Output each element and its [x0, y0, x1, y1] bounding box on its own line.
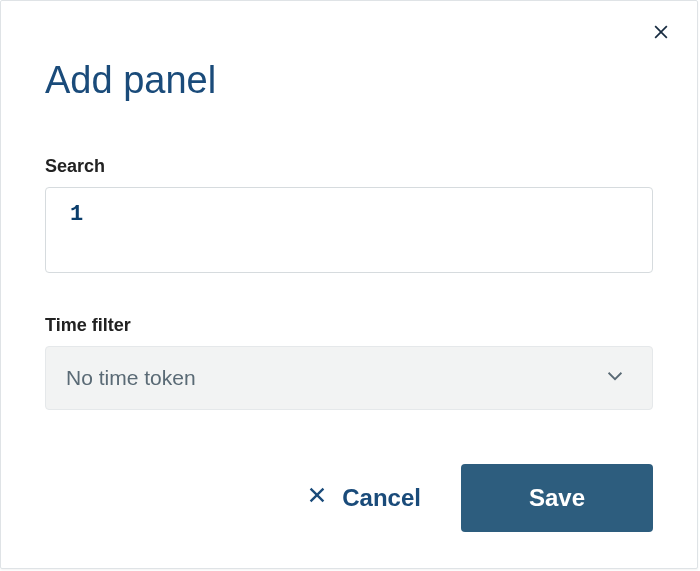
- search-label: Search: [45, 156, 653, 177]
- search-input[interactable]: 1: [45, 187, 653, 273]
- search-field: Search 1: [45, 156, 653, 277]
- dialog-title: Add panel: [45, 59, 653, 102]
- cancel-label: Cancel: [342, 484, 421, 512]
- time-filter-selected-value: No time token: [66, 366, 196, 390]
- close-icon: [651, 22, 671, 45]
- close-button[interactable]: [647, 19, 675, 47]
- chevron-down-icon: [604, 365, 626, 392]
- time-filter-select[interactable]: No time token: [45, 346, 653, 410]
- button-row: Cancel Save: [298, 464, 653, 532]
- time-filter-label: Time filter: [45, 315, 653, 336]
- cancel-button[interactable]: Cancel: [298, 474, 429, 522]
- time-filter-field: Time filter No time token: [45, 315, 653, 410]
- cancel-icon: [306, 484, 328, 512]
- save-button[interactable]: Save: [461, 464, 653, 532]
- add-panel-dialog: Add panel Search 1 Time filter No time t…: [0, 0, 698, 569]
